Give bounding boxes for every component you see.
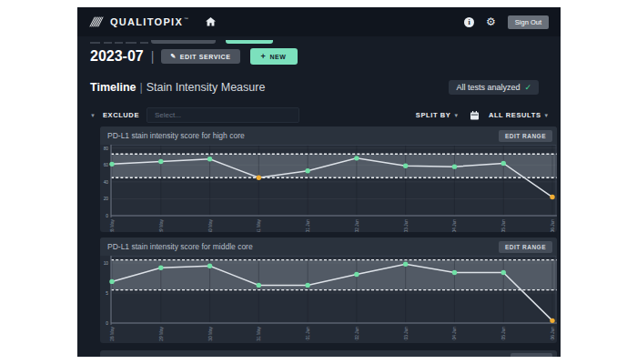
previous-row-remnant bbox=[90, 40, 548, 46]
all-results-dropdown[interactable]: ALL RESULTS ▾ bbox=[489, 111, 548, 119]
result-filters: SPLIT BY ▾ ALL RESULTS ▾ bbox=[416, 111, 548, 120]
svg-text:02 Jun: 02 Jun bbox=[355, 327, 359, 340]
panel-header: PD-L1 stain intensity score for middle c… bbox=[100, 238, 557, 256]
edit-service-button-remnant bbox=[151, 40, 216, 44]
svg-text:0: 0 bbox=[106, 321, 108, 326]
svg-text:01 Jun: 01 Jun bbox=[306, 219, 310, 232]
edit-range-button[interactable]: EDIT RANGE bbox=[499, 241, 552, 253]
exclude-filter: ▼ EXCLUDE Select... bbox=[90, 107, 299, 123]
chart-panel-high-core: PD-L1 stain intensity score for high cor… bbox=[100, 126, 557, 232]
panel-header: PD-L1 stain intensity score for high cor… bbox=[100, 126, 557, 145]
brand: QUALITOPIX™ bbox=[89, 15, 189, 29]
brand-name: QUALITOPIX™ bbox=[110, 16, 189, 27]
title-separator: | bbox=[139, 81, 142, 94]
app-window: QUALITOPIX™ i ⚙ Sign Out bbox=[77, 7, 561, 357]
svg-text:28 May: 28 May bbox=[110, 218, 115, 232]
home-icon[interactable] bbox=[206, 17, 216, 26]
line-chart-high-core[interactable]: 02040608028 May29 May30 May31 May01 Jun0… bbox=[100, 145, 557, 232]
svg-text:05 Jun: 05 Jun bbox=[501, 219, 506, 232]
page-title: Timeline|Stain Intensity Measure bbox=[90, 81, 265, 94]
edit-service-label: EDIT SERVICE bbox=[180, 54, 231, 60]
title-section: Timeline bbox=[90, 81, 136, 94]
qualitopix-logo-icon bbox=[89, 15, 104, 29]
top-navbar: QUALITOPIX™ i ⚙ Sign Out bbox=[77, 7, 561, 36]
new-button[interactable]: + NEW bbox=[250, 48, 298, 65]
svg-text:30 May: 30 May bbox=[208, 218, 213, 232]
exclude-select-input[interactable]: Select... bbox=[147, 107, 299, 123]
text-remnant bbox=[140, 42, 148, 44]
sign-out-button[interactable]: Sign Out bbox=[508, 15, 549, 29]
svg-text:03 Jun: 03 Jun bbox=[404, 219, 409, 232]
pencil-icon: ✎ bbox=[170, 53, 176, 60]
svg-text:29 May: 29 May bbox=[159, 326, 164, 340]
svg-text:31 May: 31 May bbox=[257, 218, 261, 232]
month-label: 2023-07 bbox=[90, 48, 144, 65]
svg-text:31 May: 31 May bbox=[257, 326, 261, 340]
trademark-symbol: ™ bbox=[184, 16, 189, 22]
tests-analyzed-badge: All tests analyzed ✓ bbox=[449, 80, 539, 95]
plus-icon: + bbox=[261, 52, 267, 61]
line-chart-middle-core[interactable]: 051028 May29 May30 May31 May01 Jun02 Jun… bbox=[100, 256, 557, 343]
service-row: 2023-07 | ✎ EDIT SERVICE + NEW bbox=[90, 48, 298, 65]
svg-text:04 Jun: 04 Jun bbox=[452, 327, 457, 340]
svg-text:30 May: 30 May bbox=[208, 326, 213, 340]
new-label: NEW bbox=[269, 54, 286, 60]
text-remnant bbox=[90, 42, 100, 44]
svg-text:02 Jun: 02 Jun bbox=[355, 219, 359, 232]
edit-range-button[interactable]: EDIT RANGE bbox=[499, 130, 552, 142]
chevron-down-icon: ▾ bbox=[544, 112, 548, 119]
edit-service-button[interactable]: ✎ EDIT SERVICE bbox=[161, 49, 239, 64]
month-separator: | bbox=[151, 49, 155, 64]
badge-label: All tests analyzed bbox=[456, 83, 520, 92]
check-icon: ✓ bbox=[524, 83, 531, 92]
collapse-caret-icon[interactable]: ▼ bbox=[90, 113, 96, 118]
chevron-down-icon: ▾ bbox=[454, 112, 458, 119]
svg-text:40: 40 bbox=[104, 180, 109, 185]
svg-text:06 Jun: 06 Jun bbox=[551, 327, 555, 340]
svg-text:10: 10 bbox=[104, 261, 109, 266]
text-remnant bbox=[104, 42, 112, 44]
next-panel-remnant bbox=[100, 350, 557, 357]
svg-text:01 Jun: 01 Jun bbox=[306, 327, 310, 340]
navbar-actions: i ⚙ Sign Out bbox=[464, 15, 549, 29]
split-by-label: SPLIT BY bbox=[416, 111, 451, 119]
svg-text:0: 0 bbox=[106, 214, 108, 218]
svg-text:5: 5 bbox=[106, 291, 108, 296]
panel-title: PD-L1 stain intensity score for middle c… bbox=[107, 242, 253, 251]
svg-text:05 Jun: 05 Jun bbox=[501, 327, 506, 340]
edit-range-button-remnant bbox=[511, 353, 552, 357]
svg-text:06 Jun: 06 Jun bbox=[551, 219, 555, 232]
svg-text:28 May: 28 May bbox=[110, 326, 115, 340]
text-remnant bbox=[115, 42, 123, 44]
new-button-remnant bbox=[226, 40, 273, 44]
svg-text:80: 80 bbox=[104, 147, 109, 151]
split-by-dropdown[interactable]: SPLIT BY ▾ bbox=[416, 111, 458, 119]
svg-text:04 Jun: 04 Jun bbox=[452, 219, 457, 232]
title-row: Timeline|Stain Intensity Measure All tes… bbox=[90, 80, 539, 95]
all-results-label: ALL RESULTS bbox=[489, 111, 541, 119]
chart-panel-middle-core: PD-L1 stain intensity score for middle c… bbox=[100, 238, 557, 343]
title-subtitle: Stain Intensity Measure bbox=[147, 81, 266, 94]
svg-text:20: 20 bbox=[104, 197, 109, 201]
calendar-icon[interactable] bbox=[470, 111, 479, 120]
svg-text:03 Jun: 03 Jun bbox=[404, 327, 409, 340]
filter-row: ▼ EXCLUDE Select... SPLIT BY ▾ bbox=[90, 107, 548, 123]
text-remnant bbox=[126, 42, 136, 44]
gear-icon[interactable]: ⚙ bbox=[486, 16, 496, 27]
exclude-label: EXCLUDE bbox=[103, 111, 139, 119]
panel-title: PD-L1 stain intensity score for high cor… bbox=[107, 131, 245, 140]
svg-text:29 May: 29 May bbox=[159, 218, 164, 232]
info-icon[interactable]: i bbox=[464, 17, 474, 27]
svg-text:60: 60 bbox=[104, 163, 109, 167]
